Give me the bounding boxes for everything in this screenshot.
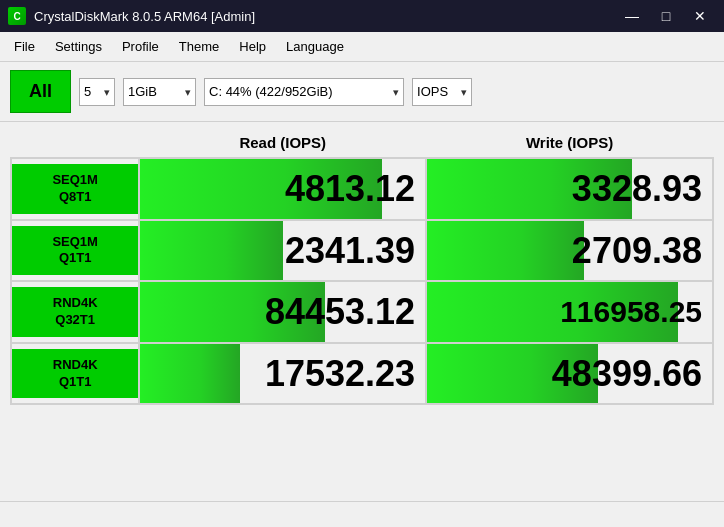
row-label-cell: RND4KQ1T1	[11, 343, 139, 405]
row-label: SEQ1MQ8T1	[12, 164, 138, 214]
row-label-cell: SEQ1MQ8T1	[11, 158, 139, 220]
menu-file[interactable]: File	[4, 35, 45, 58]
read-value-cell: 2341.39	[139, 220, 426, 282]
write-value: 116958.25	[427, 285, 712, 338]
read-value: 2341.39	[140, 221, 425, 281]
read-value: 4813.12	[140, 159, 425, 219]
results-table: Read (IOPS) Write (IOPS) SEQ1MQ8T14813.1…	[10, 128, 714, 405]
window-title: CrystalDiskMark 8.0.5 ARM64 [Admin]	[34, 9, 255, 24]
write-value-cell: 116958.25	[426, 281, 713, 343]
row-label-cell: SEQ1MQ1T1	[11, 220, 139, 282]
menu-theme[interactable]: Theme	[169, 35, 229, 58]
row-label: SEQ1MQ1T1	[12, 226, 138, 276]
row-label: RND4KQ1T1	[12, 349, 138, 399]
row-label-cell: RND4KQ32T1	[11, 281, 139, 343]
app-icon: C	[8, 7, 26, 25]
results-table-area: Read (IOPS) Write (IOPS) SEQ1MQ8T14813.1…	[0, 122, 724, 411]
read-value: 84453.12	[140, 282, 425, 342]
write-value-cell: 48399.66	[426, 343, 713, 405]
menu-help[interactable]: Help	[229, 35, 276, 58]
close-button[interactable]: ✕	[684, 4, 716, 28]
count-select-wrapper: 1 3 5 9	[79, 78, 115, 106]
read-value: 17532.23	[140, 344, 425, 404]
drive-select[interactable]: C: 44% (422/952GiB)	[204, 78, 404, 106]
toolbar: All 1 3 5 9 512MiB 1GiB 2GiB 4GiB C: 44%…	[0, 62, 724, 122]
status-bar	[0, 501, 724, 527]
col-write-header: Write (IOPS)	[426, 128, 713, 158]
write-value: 2709.38	[427, 221, 712, 281]
menu-bar: File Settings Profile Theme Help Languag…	[0, 32, 724, 62]
menu-settings[interactable]: Settings	[45, 35, 112, 58]
mode-select-wrapper: MB/s IOPS μs	[412, 78, 472, 106]
size-select-wrapper: 512MiB 1GiB 2GiB 4GiB	[123, 78, 196, 106]
col-label-header	[11, 128, 139, 158]
table-row: SEQ1MQ1T12341.392709.38	[11, 220, 713, 282]
maximize-button[interactable]: □	[650, 4, 682, 28]
write-value-cell: 2709.38	[426, 220, 713, 282]
write-value: 48399.66	[427, 344, 712, 404]
mode-select[interactable]: MB/s IOPS μs	[412, 78, 472, 106]
table-row: RND4KQ1T117532.2348399.66	[11, 343, 713, 405]
title-bar: C CrystalDiskMark 8.0.5 ARM64 [Admin] — …	[0, 0, 724, 32]
drive-select-wrapper: C: 44% (422/952GiB)	[204, 78, 404, 106]
read-value-cell: 84453.12	[139, 281, 426, 343]
write-value-cell: 3328.93	[426, 158, 713, 220]
table-header-row: Read (IOPS) Write (IOPS)	[11, 128, 713, 158]
window-controls: — □ ✕	[616, 4, 716, 28]
col-read-header: Read (IOPS)	[139, 128, 426, 158]
minimize-button[interactable]: —	[616, 4, 648, 28]
read-value-cell: 4813.12	[139, 158, 426, 220]
all-button[interactable]: All	[10, 70, 71, 113]
write-value: 3328.93	[427, 159, 712, 219]
menu-profile[interactable]: Profile	[112, 35, 169, 58]
row-label: RND4KQ32T1	[12, 287, 138, 337]
table-row: SEQ1MQ8T14813.123328.93	[11, 158, 713, 220]
menu-language[interactable]: Language	[276, 35, 354, 58]
table-row: RND4KQ32T184453.12116958.25	[11, 281, 713, 343]
count-select[interactable]: 1 3 5 9	[79, 78, 115, 106]
read-value-cell: 17532.23	[139, 343, 426, 405]
size-select[interactable]: 512MiB 1GiB 2GiB 4GiB	[123, 78, 196, 106]
